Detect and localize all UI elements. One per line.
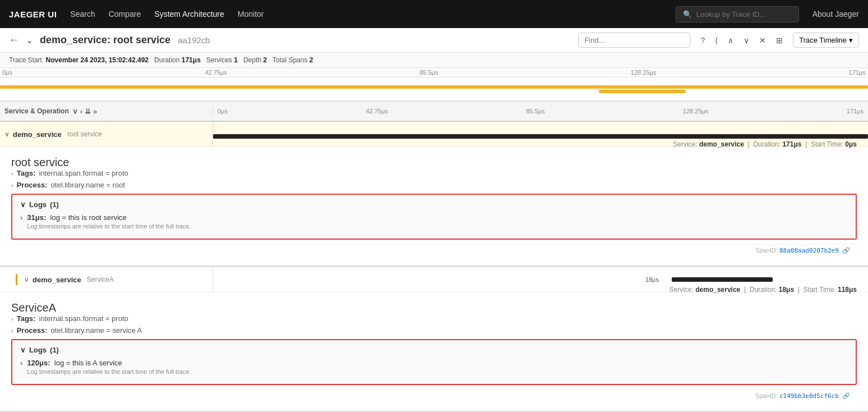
service-op-header: Service & Operation ∨ › ⇊ » (0, 107, 213, 116)
span-id-row-service-a: SpanID: c149bb3e0d5cf6cb 🔗 (11, 390, 857, 402)
help-icon[interactable]: ? (697, 34, 708, 47)
about-jaeger-button[interactable]: About Jaeger (812, 10, 859, 19)
tl-mark-2: 85.5μs (526, 108, 544, 115)
detail-header-service-a: ServiceA Service: demo_service | Duratio… (11, 301, 857, 314)
process-expand-service-a[interactable]: › (11, 327, 13, 334)
span-label-service-a[interactable]: ∨ demo_service ServiceA (0, 267, 213, 292)
span-bar-service-a (672, 277, 773, 282)
detail-title-root: root service (11, 156, 69, 168)
timeline-ruler: 0μs 42.75μs 85.5μs 128.25μs 171μs (0, 68, 868, 77)
grid-icon[interactable]: ⊞ (773, 34, 786, 47)
trace-view-selector[interactable]: Trace Timeline ▾ (793, 33, 859, 48)
trace-id-search[interactable]: 🔍 (676, 6, 799, 22)
log-value-service-a-0: log = this is A service (52, 359, 122, 367)
log-entry-service-a-0: › 120μs: log = this is A service Log tim… (20, 359, 848, 375)
span-id-link-service-a[interactable]: 🔗 (842, 392, 850, 399)
ruler-mark-0: 0μs (0, 69, 15, 76)
tags-expand-service-a[interactable]: › (11, 315, 13, 322)
tl-mark-0: 0μs (218, 108, 228, 115)
process-value-service-a: otel.library.name = service A (51, 326, 142, 335)
tags-label-root: Tags: (17, 169, 36, 177)
top-nav: JAEGER UI Search Compare System Architec… (0, 0, 868, 28)
logs-title-root: ∨ Logs (1) (20, 200, 848, 209)
tl-mark-1: 42.75μs (366, 108, 387, 115)
down-icon[interactable]: ∨ (740, 34, 752, 47)
span-row-service-a[interactable]: ∨ demo_service ServiceA 18μs (0, 267, 868, 292)
trace-meta: Trace Start November 24 2023, 15:02:42.4… (0, 53, 868, 68)
detail-tags-row-root: › Tags: internal.span.format = proto (11, 169, 857, 177)
back-button[interactable]: ← (9, 34, 19, 46)
logs-box-service-a: ∨ Logs (1) › 120μs: log = this is A serv… (11, 339, 857, 385)
trace-id-input[interactable] (696, 10, 792, 19)
span-timeline-service-a: 18μs (213, 267, 868, 292)
detail-process-row-root: › Process: otel.library.name = root (11, 181, 857, 189)
process-expand-root[interactable]: › (11, 182, 13, 189)
span-group-service-a: ∨ demo_service ServiceA 18μs ServiceA Se… (0, 267, 868, 412)
trace-start-value: November 24 2023, 15:02:42.492 (46, 56, 149, 64)
span-chevron-root[interactable]: ∨ (4, 130, 10, 138)
log-note-root-0: Log timestamps are relative to the start… (27, 223, 191, 230)
duration-label: Duration (154, 56, 179, 64)
timeline-overview: 0μs 42.75μs 85.5μs 128.25μs 171μs (0, 68, 868, 102)
span-bar-root (213, 134, 868, 139)
brand-logo: JAEGER UI (9, 10, 57, 19)
tags-expand-root[interactable]: › (11, 170, 13, 177)
total-spans-value: 2 (310, 56, 313, 64)
up-icon[interactable]: ∧ (724, 34, 737, 47)
span-row-root[interactable]: ∨ demo_service root service (0, 122, 868, 147)
span-id-link-root[interactable]: 🔗 (842, 247, 850, 254)
detail-process-row-service-a: › Process: otel.library.name = service A (11, 326, 857, 335)
log-content-root-0: 31μs: log = this is root service Log tim… (27, 213, 191, 230)
total-spans-label: Total Spans (273, 56, 308, 64)
trace-id: aa192cb (178, 35, 210, 45)
expand-more-icon[interactable]: » (93, 107, 97, 116)
col-icons: ∨ › ⇊ » (72, 107, 98, 116)
log-value-root-0: log = this is root service (48, 213, 127, 222)
tl-mark-3: 128.25μs (683, 108, 708, 115)
expand-all-icon[interactable]: ∨ (72, 107, 78, 116)
span-label-root[interactable]: ∨ demo_service root service (0, 122, 213, 147)
prev-match-icon[interactable]: ⟨ (712, 34, 721, 47)
ruler-mark-1: 42.75μs (202, 69, 229, 76)
expand-right-icon[interactable]: › (80, 107, 82, 116)
span-id-val-root: 88a08aad0207b2e9 (779, 247, 839, 254)
tl-mark-4: 171μs (847, 108, 864, 115)
indent-bar-service-a (16, 274, 17, 285)
find-input[interactable] (578, 33, 690, 48)
span-timeline-root (213, 122, 868, 147)
nav-monitor[interactable]: Monitor (238, 7, 264, 21)
column-header: Service & Operation ∨ › ⇊ » 0μs 42.75μs … (0, 102, 868, 122)
collapse-button[interactable]: ⌄ (26, 35, 33, 45)
detail-tags-row-service-a: › Tags: internal.span.format = proto (11, 314, 857, 323)
span-id-val-service-a: c149bb3e0d5cf6cb (779, 392, 839, 400)
close-icon[interactable]: ✕ (756, 34, 769, 47)
logs-label-service-a: Logs (29, 346, 47, 354)
trace-start-label: Trace Start (9, 56, 42, 64)
span-bar-row-root (213, 132, 868, 136)
span-op-root: root service (67, 130, 102, 138)
depth-label: Depth (243, 56, 261, 64)
nav-items: Search Compare System Architecture Monit… (70, 7, 662, 21)
nav-system-architecture[interactable]: System Architecture (154, 7, 224, 21)
collapse-all-icon[interactable]: ⇊ (85, 107, 91, 116)
logs-chevron-service-a[interactable]: ∨ (20, 346, 26, 354)
detail-panel-service-a: ServiceA Service: demo_service | Duratio… (0, 292, 868, 411)
process-value-root: otel.library.name = root (51, 181, 125, 189)
ruler-mark-4: 171μs (847, 69, 868, 76)
log-expand-root-0[interactable]: › (20, 213, 22, 222)
log-time-root-0: 31μs: (27, 213, 46, 222)
logs-chevron-root[interactable]: ∨ (20, 200, 26, 209)
nav-search[interactable]: Search (70, 7, 95, 21)
detail-panel-root: root service Service: demo_service | Dur… (0, 147, 868, 266)
trace-view-label: Trace Timeline (799, 36, 847, 44)
detail-header-root: root service Service: demo_service | Dur… (11, 156, 857, 169)
tags-label-service-a: Tags: (17, 314, 36, 323)
trace-title: demo_service: root service aa192cb (40, 34, 571, 46)
nav-compare[interactable]: Compare (109, 7, 141, 21)
log-expand-service-a-0[interactable]: › (20, 359, 22, 367)
trace-header: ← ⌄ demo_service: root service aa192cb ?… (0, 28, 868, 53)
depth-value: 2 (263, 56, 267, 64)
span-chevron-service-a[interactable]: ∨ (24, 276, 29, 283)
span-service-root: demo_service (13, 130, 62, 139)
detail-title-service-a: ServiceA (11, 301, 56, 314)
